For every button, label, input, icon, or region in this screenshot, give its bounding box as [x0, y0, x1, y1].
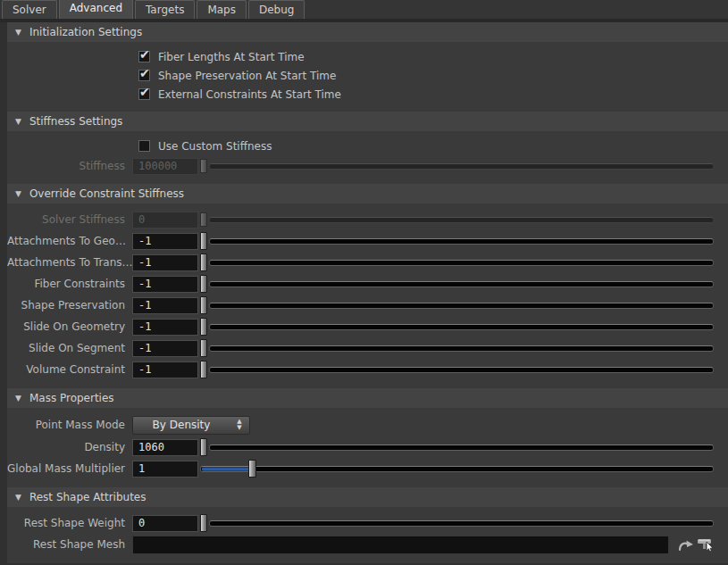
external-constraints-checkbox[interactable]: ✔ — [138, 88, 150, 100]
slide-on-geometry-slider[interactable] — [200, 318, 714, 336]
slide-on-segment-input[interactable]: -1 — [132, 340, 198, 357]
field-label: Solver Stiffness — [7, 213, 132, 226]
slider-handle[interactable] — [200, 514, 207, 532]
slider-handle[interactable] — [200, 253, 207, 271]
section-header-rest-shape-attributes[interactable]: ▼ Rest Shape Attributes — [7, 487, 728, 507]
field-label: Shape Preservation — [7, 299, 132, 312]
slider-handle[interactable] — [200, 318, 207, 336]
section-header-mass-properties[interactable]: ▼ Mass Properties — [7, 388, 728, 408]
row-attachments-to-geometry: Attachments To Geo… -1 — [7, 230, 721, 252]
collapse-triangle-icon: ▼ — [15, 493, 21, 502]
tab-bar: Solver Advanced Targets Maps Debug — [0, 0, 728, 22]
solver-stiffness-slider[interactable] — [200, 212, 714, 227]
global-mass-multiplier-slider[interactable] — [200, 466, 714, 472]
slider-handle[interactable] — [200, 339, 207, 357]
slider-track — [209, 345, 714, 352]
section-header-override-constraint-stiffness[interactable]: ▼ Override Constraint Stiffness — [7, 184, 728, 204]
checkmark-icon: ✔ — [139, 85, 150, 99]
field-label: Density — [7, 441, 132, 453]
row-density: Density 1060 — [7, 436, 721, 458]
slide-on-segment-slider[interactable] — [200, 339, 714, 357]
stiffness-input[interactable]: 100000 — [132, 158, 198, 175]
slider-handle[interactable] — [200, 275, 207, 293]
rest-shape-weight-input[interactable]: 0 — [132, 515, 198, 532]
tab-maps[interactable]: Maps — [197, 0, 247, 19]
attachments-to-transforms-slider[interactable] — [200, 253, 714, 271]
attachments-to-geometry-slider[interactable] — [200, 232, 714, 250]
attribute-editor-panel: Solver Advanced Targets Maps Debug ▼ Ini… — [0, 0, 728, 563]
section-header-initialization-settings[interactable]: ▼ Initialization Settings — [7, 22, 728, 42]
use-custom-stiffness-checkbox[interactable] — [138, 140, 150, 152]
slider-fill — [202, 467, 253, 471]
collapse-triangle-icon: ▼ — [15, 117, 21, 126]
tab-debug[interactable]: Debug — [248, 0, 305, 19]
point-mass-mode-dropdown[interactable]: By Density ▲▼ — [132, 416, 250, 435]
density-input[interactable]: 1060 — [132, 439, 198, 456]
checkbox-label: Use Custom Stiffness — [158, 140, 272, 153]
shape-preservation-slider[interactable] — [200, 296, 714, 314]
row-rest-shape-weight: Rest Shape Weight 0 — [7, 512, 721, 534]
fiber-constraints-input[interactable]: -1 — [132, 276, 198, 293]
shape-preservation-checkbox[interactable]: ✔ — [138, 70, 150, 81]
slider-track — [209, 303, 714, 309]
slider-handle[interactable] — [200, 212, 207, 227]
section-header-stiffness-settings[interactable]: ▼ Stiffness Settings — [7, 112, 728, 131]
collapse-triangle-icon: ▼ — [15, 189, 21, 198]
volume-constraint-slider[interactable] — [200, 361, 714, 378]
assign-mesh-button[interactable] — [696, 536, 715, 553]
tab-advanced[interactable]: Advanced — [59, 0, 133, 19]
rest-shape-weight-slider[interactable] — [200, 514, 714, 532]
rest-shape-mesh-input[interactable] — [132, 536, 669, 554]
density-slider[interactable] — [200, 438, 714, 456]
slider-handle[interactable] — [200, 361, 207, 378]
field-label: Point Mass Mode — [7, 419, 132, 431]
checkbox-label: Fiber Lengths At Start Time — [158, 51, 305, 63]
tab-solver[interactable]: Solver — [2, 0, 57, 19]
row-fiber-constraints: Fiber Constraints -1 — [7, 273, 721, 295]
shape-preservation-input[interactable]: -1 — [132, 297, 198, 314]
stiffness-slider[interactable] — [200, 159, 714, 173]
field-label: Stiffness — [7, 160, 132, 172]
global-mass-multiplier-input[interactable]: 1 — [132, 461, 198, 478]
field-label: Attachments To Trans… — [7, 256, 132, 269]
section-title: Mass Properties — [29, 392, 114, 404]
slider-handle[interactable] — [200, 296, 207, 314]
row-global-mass-multiplier: Global Mass Multiplier 1 — [7, 458, 721, 479]
slider-handle[interactable] — [200, 232, 207, 250]
dropdown-spinner-icon: ▲▼ — [230, 420, 249, 430]
solver-stiffness-input[interactable]: 0 — [132, 212, 198, 228]
slider-track — [209, 217, 714, 223]
tab-targets[interactable]: Targets — [135, 0, 195, 19]
slider-handle[interactable] — [200, 438, 207, 456]
section-body-mass: Point Mass Mode By Density ▲▼ Density 10… — [7, 408, 728, 487]
fiber-lengths-checkbox[interactable]: ✔ — [138, 51, 150, 62]
slider-handle[interactable] — [200, 159, 207, 173]
slider-track — [209, 324, 714, 330]
section-body-stiffness: Use Custom Stiffness Stiffness 100000 — [7, 131, 728, 184]
row-volume-constraint: Volume Constraint -1 — [7, 359, 721, 380]
volume-constraint-input[interactable]: -1 — [132, 361, 198, 378]
slider-track — [200, 466, 714, 472]
field-label: Slide On Segment — [7, 342, 132, 354]
row-slide-on-segment: Slide On Segment -1 — [7, 337, 721, 359]
field-label: Slide On Geometry — [7, 320, 132, 333]
collapse-triangle-icon: ▼ — [15, 394, 21, 403]
row-shape-preservation: Shape Preservation -1 — [7, 295, 721, 316]
slider-track — [209, 281, 714, 287]
attachments-to-transforms-input[interactable]: -1 — [132, 254, 198, 271]
row-shape-preservation-at-start-time: ✔ Shape Preservation At Start Time — [138, 66, 721, 85]
slider-track — [209, 367, 714, 373]
attachments-to-geometry-input[interactable]: -1 — [132, 233, 198, 250]
checkbox-label: Shape Preservation At Start Time — [158, 70, 336, 82]
field-label: Attachments To Geo… — [7, 235, 132, 247]
slider-handle[interactable] — [248, 460, 256, 478]
curved-arrow-icon — [678, 538, 694, 552]
section-title: Initialization Settings — [29, 26, 142, 38]
row-point-mass-mode: Point Mass Mode By Density ▲▼ — [7, 413, 721, 436]
connect-input-button[interactable] — [676, 536, 696, 553]
fiber-constraints-slider[interactable] — [200, 275, 714, 293]
slide-on-geometry-input[interactable]: -1 — [132, 319, 198, 336]
section-body-rest-shape: Rest Shape Weight 0 Rest Shape Mesh — [7, 507, 728, 563]
slider-track — [209, 163, 714, 170]
section-body-initialization: ✔ Fiber Lengths At Start Time ✔ Shape Pr… — [7, 42, 728, 112]
